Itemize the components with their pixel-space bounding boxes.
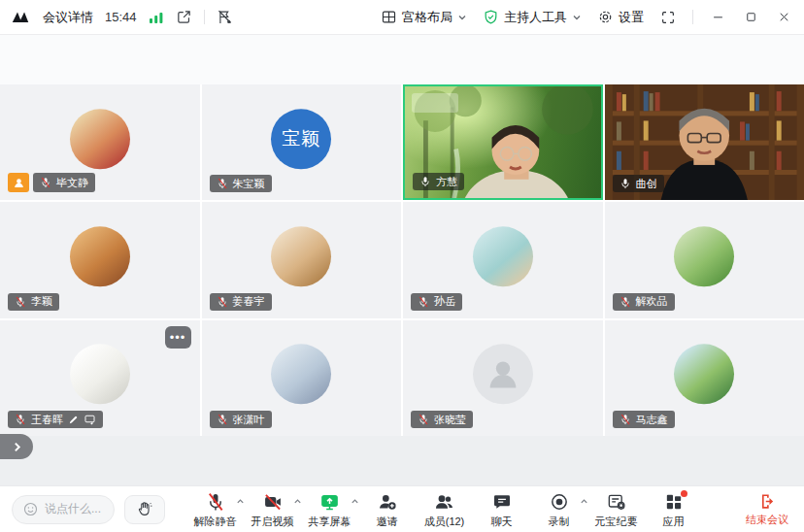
tile-more-button[interactable]: ••• (165, 326, 191, 349)
toolbar-item-label: 共享屏幕 (309, 515, 352, 529)
mic-muted-icon (15, 414, 26, 425)
end-meeting-button[interactable]: 结束会议 (742, 492, 792, 527)
name-tag: 张潇叶 (210, 411, 272, 428)
host-badge (8, 173, 29, 192)
participant-tile[interactable]: 解欢品 (605, 202, 804, 317)
gear-icon (597, 9, 614, 25)
host-tools-button[interactable]: 主持人工具 (483, 9, 582, 26)
participant-name: 方慧 (436, 177, 457, 187)
mic-on-icon (620, 178, 631, 189)
participant-name: 王春晖 (31, 415, 63, 425)
default-avatar (473, 345, 533, 405)
participant-name: 孙岳 (434, 296, 455, 307)
settings-button[interactable]: 设置 (597, 9, 644, 26)
name-tag: 王春晖 (8, 411, 103, 428)
toolbar-item[interactable]: 邀请 (360, 489, 414, 529)
name-tag: 姜春宇 (210, 293, 272, 311)
participant-name: 李颖 (31, 296, 52, 307)
topbar: 会议详情 15:44 宫格布局 主持人工具 (0, 0, 804, 35)
meeting-details-button[interactable]: 会议详情 (43, 9, 93, 26)
name-tag: 解欢品 (613, 293, 675, 311)
notes-icon (607, 492, 626, 512)
name-tag: 李颖 (8, 293, 59, 311)
name-tag: 朱宝颖 (210, 175, 272, 192)
grid-next-page-arrow[interactable] (0, 434, 33, 459)
participant-tile[interactable]: 马志鑫 (605, 320, 804, 436)
maximize-button[interactable] (742, 9, 759, 26)
participant-tile[interactable]: 毕文静 (0, 84, 200, 200)
chevron-up-icon (351, 497, 359, 506)
name-tag: 马志鑫 (613, 411, 675, 428)
chevron-up-icon (236, 497, 245, 506)
shield-check-icon (483, 9, 499, 25)
name-tag: 张晓莹 (411, 411, 473, 428)
mic-muted-icon (206, 492, 225, 512)
name-tag: 曲创 (613, 175, 664, 192)
toolbar-item[interactable]: 元宝纪要 (589, 489, 643, 529)
photo-avatar (674, 345, 734, 405)
camera-off-icon (263, 492, 283, 512)
toolbar-item-label: 元宝纪要 (595, 515, 638, 529)
toolbar-item-label: 聊天 (491, 515, 513, 529)
grid-layout-icon (381, 9, 397, 25)
person-icon (13, 177, 25, 189)
participant-name: 张晓莹 (434, 415, 466, 425)
stage-bottom-strip (0, 436, 804, 485)
video-watermark (412, 93, 458, 113)
fullscreen-button[interactable] (659, 9, 677, 26)
close-button[interactable] (775, 9, 792, 26)
leave-meeting-icon (758, 492, 777, 511)
apps-icon (664, 492, 684, 512)
toolbar-item-label: 解除静音 (194, 515, 237, 529)
mic-muted-icon (40, 177, 51, 188)
toolbar-item[interactable]: 录制 (532, 489, 586, 529)
quick-chat-input[interactable]: 说点什么... (12, 495, 115, 524)
toolbar-item[interactable]: 聊天 (475, 489, 528, 529)
meeting-time: 15:44 (105, 10, 137, 24)
toolbar-item-label: 录制 (549, 515, 570, 529)
participant-tile[interactable]: 孙岳 (403, 202, 603, 317)
participant-tile[interactable]: 方慧 (403, 84, 603, 200)
participant-name: 曲创 (636, 179, 657, 189)
chevron-up-icon (293, 497, 302, 506)
participant-tile[interactable]: 姜春宇 (202, 202, 402, 317)
app-logo-icon (12, 9, 31, 26)
participant-tile[interactable]: 宝颖 朱宝颖 (202, 84, 402, 200)
effects-off-icon[interactable] (217, 9, 233, 25)
toolbar-item[interactable]: 解除静音 (188, 489, 242, 529)
toolbar-item[interactable]: 共享屏幕 (303, 489, 356, 529)
stage-top-strip (0, 35, 804, 84)
network-signal-icon[interactable] (149, 11, 164, 24)
toolbar-item[interactable]: 应用 (647, 489, 700, 529)
participant-tile[interactable]: 王春晖 ••• (0, 320, 200, 436)
name-tag: 毕文静 (33, 173, 95, 192)
participant-tile[interactable]: 曲创 (605, 84, 804, 200)
photo-avatar (473, 226, 533, 286)
layout-switch-button[interactable]: 宫格布局 (381, 9, 467, 26)
mic-muted-icon (620, 414, 631, 425)
participant-tile[interactable]: 张潇叶 (202, 320, 402, 436)
chevron-right-icon (12, 442, 22, 452)
toolbar-item[interactable]: 开启视频 (246, 489, 299, 529)
raised-hand-icon (136, 500, 154, 518)
toolbar-item[interactable]: 成员(12) (418, 489, 471, 529)
participant-name: 马志鑫 (636, 415, 668, 425)
record-icon (550, 492, 569, 512)
share-window-icon[interactable] (176, 9, 192, 25)
mic-on-icon (419, 176, 431, 187)
participant-tile[interactable]: 张晓莹 (403, 320, 603, 436)
mic-muted-icon (217, 296, 228, 308)
participant-tile[interactable]: 李颖 (0, 202, 200, 317)
invite-icon (378, 492, 397, 512)
minimize-button[interactable] (709, 9, 726, 26)
mic-muted-icon (206, 492, 225, 512)
divider (692, 10, 693, 24)
photo-avatar (70, 345, 130, 405)
notification-dot (681, 490, 687, 497)
chat-placeholder: 说点什么... (45, 501, 101, 517)
participant-name: 张潇叶 (233, 415, 265, 425)
participant-grid: 毕文静 宝颖 朱宝颖 方慧 曲创 李颖 姜春宇 (0, 84, 804, 436)
participant-name: 朱宝颖 (233, 179, 265, 189)
raise-hand-button[interactable] (124, 495, 165, 524)
initials-avatar: 宝颖 (271, 109, 331, 169)
